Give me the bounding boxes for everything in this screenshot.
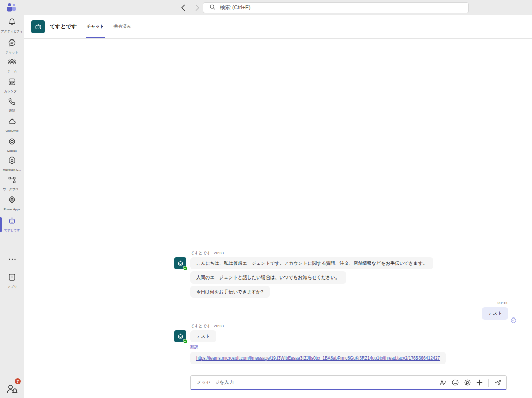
send-icon[interactable] xyxy=(493,378,502,387)
power-apps-icon xyxy=(7,195,17,207)
message-time: 20:33 xyxy=(214,251,224,255)
bot-message-group-1: てすとです20:33 こんにちは、私は仮想エージェントです。アカウントに関する質… xyxy=(174,250,433,298)
sidebar-item-apps[interactable]: アプリ xyxy=(0,272,24,289)
sender-name: てすとです xyxy=(190,251,211,255)
message-link[interactable]: https://teams.microsoft.com/l/message/19… xyxy=(196,355,440,361)
sidebar-item-activity[interactable]: アクティビティ xyxy=(0,17,24,34)
sidebar-item-workflows[interactable]: ワークフロー xyxy=(0,175,24,192)
notification-badge: 7 xyxy=(15,378,21,384)
attach-plus-icon[interactable] xyxy=(475,378,484,387)
message-time: 20:33 xyxy=(497,301,507,305)
sidebar-item-label: アプリ xyxy=(7,285,17,289)
sidebar-item-label: カレンダー xyxy=(4,89,20,94)
sidebar-item-label: チャット xyxy=(6,50,18,55)
search-icon xyxy=(209,3,216,12)
bot-avatar[interactable] xyxy=(31,20,45,33)
sidebar-item-power-apps[interactable]: Power Apps xyxy=(0,195,24,211)
emoji-icon[interactable] xyxy=(451,378,460,387)
sidebar-item-teams[interactable]: チーム xyxy=(0,57,24,74)
hexagon-app-icon xyxy=(7,155,17,167)
calendar-icon xyxy=(7,77,17,89)
sidebar-item-label: 通話 xyxy=(9,109,15,113)
bot-avatar[interactable] xyxy=(174,257,186,269)
divider xyxy=(488,379,489,387)
sidebar-item-label: OneDrive xyxy=(5,129,18,132)
bot-icon xyxy=(7,216,17,228)
sidebar-item-label: Microsoft C... xyxy=(3,168,21,171)
message-meta: てすとです20:33 xyxy=(174,250,433,256)
sidebar-item-calls[interactable]: 通話 xyxy=(0,97,24,113)
message-meta: てすとです20:33 xyxy=(174,323,446,329)
active-indicator xyxy=(0,217,2,232)
sidebar-item-label: Copilot xyxy=(7,149,17,152)
bot-message-group-2: てすとです20:33 テスト 翻訳 https://teams.microsof… xyxy=(174,323,446,364)
sidebar-item-label: てすとです xyxy=(4,228,20,233)
chat-title: てすとです xyxy=(50,23,77,30)
teams-logo-icon[interactable] xyxy=(5,2,17,14)
invite-people-button[interactable]: 7 xyxy=(5,381,20,395)
cloud-icon xyxy=(7,116,17,128)
sidebar-item-chat[interactable]: チャット xyxy=(0,38,24,55)
read-receipt-icon xyxy=(511,316,516,322)
bot-message-bubble[interactable]: 人間のエージェントと話したい場合は、いつでもお知らせください。 xyxy=(190,271,346,284)
sidebar-item-microsoft-copilot[interactable]: Microsoft C... xyxy=(0,155,24,171)
presence-available-icon xyxy=(183,266,188,271)
bot-message-bubble: https://teams.microsoft.com/l/message/19… xyxy=(190,352,446,364)
sender-name: てすとです xyxy=(190,324,211,328)
message-input-box[interactable]: メッセージを入力 xyxy=(190,375,507,390)
self-message-bubble[interactable]: テスト xyxy=(482,307,508,320)
message-input-placeholder: メッセージを入力 xyxy=(197,379,439,386)
chat-header: てすとです チャット 共有済み xyxy=(24,15,532,39)
translate-link[interactable]: 翻訳 xyxy=(190,344,198,350)
tab-shared[interactable]: 共有済み xyxy=(114,15,131,38)
sidebar-item-onedrive[interactable]: OneDrive xyxy=(0,116,24,132)
self-message-group: 20:33 テスト xyxy=(482,301,508,320)
sidebar-item-test-bot[interactable]: てすとです xyxy=(0,216,24,233)
bot-message-bubble[interactable]: 今日は何をお手伝いできますか? xyxy=(190,286,270,298)
back-arrow-icon[interactable] xyxy=(178,2,187,13)
bell-icon xyxy=(7,17,17,29)
top-bar: 検索 (Ctrl+E) xyxy=(0,0,532,15)
search-input[interactable]: 検索 (Ctrl+E) xyxy=(203,2,469,13)
sidebar-item-copilot[interactable]: Copilot xyxy=(0,137,24,152)
bot-message-bubble[interactable]: こんにちは、私は仮想エージェントです。アカウントに関する質問、注文、店舗情報など… xyxy=(190,257,433,269)
sidebar-item-label: ワークフロー xyxy=(3,187,22,192)
ellipsis-icon xyxy=(8,254,16,263)
tab-chat[interactable]: チャット xyxy=(87,15,104,38)
app-rail: アクティビティ チャット チーム カレンダー 通話 OneDrive xyxy=(0,15,24,398)
message-time: 20:33 xyxy=(214,324,224,328)
text-caret xyxy=(196,379,196,386)
sidebar-item-label: チーム xyxy=(7,69,17,74)
people-icon xyxy=(7,57,17,69)
apps-plus-icon xyxy=(7,272,17,284)
copilot-icon xyxy=(7,137,17,148)
sidebar-item-calendar[interactable]: カレンダー xyxy=(0,77,24,94)
more-apps-button[interactable] xyxy=(0,254,24,263)
sidebar-item-label: アクティビティ xyxy=(1,29,23,34)
forward-arrow-icon[interactable] xyxy=(193,2,202,13)
bot-avatar[interactable] xyxy=(174,330,186,342)
sidebar-item-label: Power Apps xyxy=(4,207,20,211)
loop-component-icon[interactable] xyxy=(463,378,472,387)
bot-message-bubble[interactable]: テスト xyxy=(190,330,216,342)
search-placeholder: 検索 (Ctrl+E) xyxy=(220,4,250,11)
chat-pane: てすとです チャット 共有済み てすとです20:33 こんにちは、私は仮想エージ… xyxy=(24,15,532,398)
workflow-icon xyxy=(7,175,17,187)
chat-bubble-icon xyxy=(7,38,17,50)
format-icon[interactable] xyxy=(439,378,447,387)
phone-icon xyxy=(7,97,17,108)
presence-available-icon xyxy=(183,339,188,344)
